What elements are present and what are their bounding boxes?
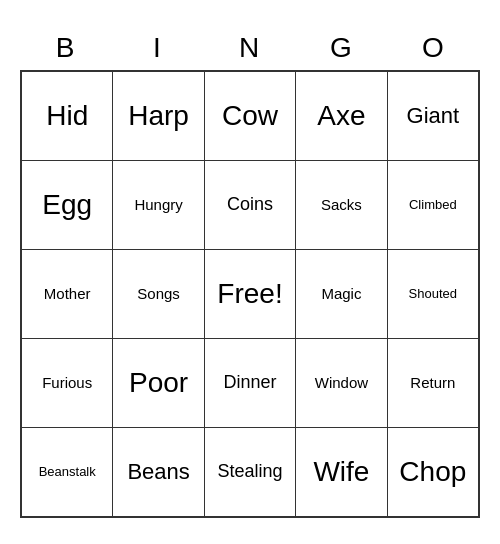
header-letter-g: G	[296, 26, 388, 70]
cell-text-1-2: Coins	[227, 194, 273, 216]
bingo-header: BINGO	[20, 26, 480, 70]
header-letter-o: O	[388, 26, 480, 70]
bingo-cell-1-0: Egg	[22, 161, 113, 249]
bingo-row-3: FuriousPoorDinnerWindowReturn	[22, 339, 478, 428]
bingo-cell-2-0: Mother	[22, 250, 113, 338]
bingo-cell-3-4: Return	[388, 339, 478, 427]
bingo-cell-1-2: Coins	[205, 161, 296, 249]
bingo-cell-1-1: Hungry	[113, 161, 204, 249]
bingo-cell-0-2: Cow	[205, 72, 296, 160]
cell-text-3-1: Poor	[129, 366, 188, 400]
cell-text-4-4: Chop	[399, 455, 466, 489]
bingo-cell-1-4: Climbed	[388, 161, 478, 249]
bingo-row-1: EggHungryCoinsSacksClimbed	[22, 161, 478, 250]
cell-text-2-3: Magic	[321, 285, 361, 303]
bingo-cell-2-2: Free!	[205, 250, 296, 338]
cell-text-0-3: Axe	[317, 99, 365, 133]
header-letter-n: N	[204, 26, 296, 70]
cell-text-4-1: Beans	[127, 459, 189, 485]
bingo-row-2: MotherSongsFree!MagicShouted	[22, 250, 478, 339]
cell-text-4-0: Beanstalk	[39, 464, 96, 480]
bingo-cell-4-3: Wife	[296, 428, 387, 516]
bingo-cell-3-1: Poor	[113, 339, 204, 427]
cell-text-1-4: Climbed	[409, 197, 457, 213]
bingo-grid: HidHarpCowAxeGiantEggHungryCoinsSacksCli…	[20, 70, 480, 518]
bingo-cell-3-0: Furious	[22, 339, 113, 427]
bingo-cell-3-3: Window	[296, 339, 387, 427]
bingo-cell-3-2: Dinner	[205, 339, 296, 427]
cell-text-2-1: Songs	[137, 285, 180, 303]
bingo-cell-1-3: Sacks	[296, 161, 387, 249]
cell-text-4-2: Stealing	[217, 461, 282, 483]
cell-text-4-3: Wife	[313, 455, 369, 489]
cell-text-0-2: Cow	[222, 99, 278, 133]
bingo-cell-4-0: Beanstalk	[22, 428, 113, 516]
cell-text-1-3: Sacks	[321, 196, 362, 214]
bingo-cell-2-3: Magic	[296, 250, 387, 338]
bingo-cell-4-4: Chop	[388, 428, 478, 516]
cell-text-1-0: Egg	[42, 188, 92, 222]
header-letter-i: I	[112, 26, 204, 70]
cell-text-3-3: Window	[315, 374, 368, 392]
header-letter-b: B	[20, 26, 112, 70]
bingo-cell-0-4: Giant	[388, 72, 478, 160]
bingo-cell-2-4: Shouted	[388, 250, 478, 338]
bingo-cell-0-0: Hid	[22, 72, 113, 160]
cell-text-1-1: Hungry	[134, 196, 182, 214]
bingo-cell-2-1: Songs	[113, 250, 204, 338]
cell-text-3-4: Return	[410, 374, 455, 392]
cell-text-2-2: Free!	[217, 277, 282, 311]
bingo-cell-0-1: Harp	[113, 72, 204, 160]
bingo-cell-4-2: Stealing	[205, 428, 296, 516]
bingo-cell-4-1: Beans	[113, 428, 204, 516]
cell-text-0-1: Harp	[128, 99, 189, 133]
cell-text-3-2: Dinner	[224, 372, 277, 394]
bingo-row-4: BeanstalkBeansStealingWifeChop	[22, 428, 478, 516]
cell-text-0-4: Giant	[407, 103, 460, 129]
cell-text-3-0: Furious	[42, 374, 92, 392]
cell-text-2-4: Shouted	[409, 286, 457, 302]
bingo-card: BINGO HidHarpCowAxeGiantEggHungryCoinsSa…	[10, 16, 490, 528]
cell-text-2-0: Mother	[44, 285, 91, 303]
cell-text-0-0: Hid	[46, 99, 88, 133]
bingo-row-0: HidHarpCowAxeGiant	[22, 72, 478, 161]
bingo-cell-0-3: Axe	[296, 72, 387, 160]
